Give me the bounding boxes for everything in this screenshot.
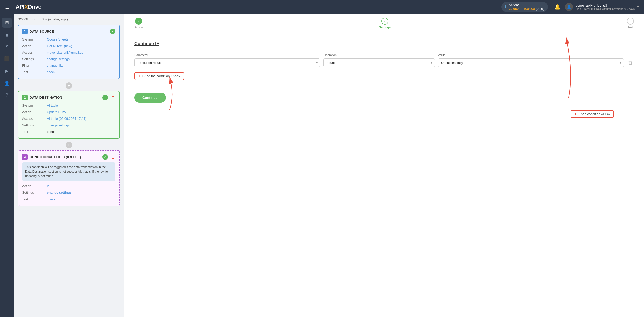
step-action-circle: ✓ <box>135 18 142 25</box>
topnav: ☰ APIXDrive ℹ Actions: 22'060 of 100'000… <box>0 0 644 14</box>
sidebar-item-account[interactable]: 👤 <box>2 78 12 88</box>
block3-settings[interactable]: change settings <box>47 190 115 195</box>
block-conditional: 3 CONDITIONAL LOGIC (IF/ELSE) ✓ 🗑 This c… <box>18 150 120 206</box>
value-select-wrapper: Unsuccessfully <box>438 58 624 67</box>
block1-system[interactable]: Google Sheets <box>47 37 115 42</box>
block2-settings[interactable]: change settings <box>47 123 115 128</box>
step-test-circle: ○ <box>627 18 634 25</box>
plus-or-icon: + <box>575 112 577 116</box>
block2-number: 2 <box>22 95 28 100</box>
block1-header: 1 DATA SOURCE ✓ <box>22 29 115 34</box>
operation-label: Operation <box>323 53 435 57</box>
block3-header: 3 CONDITIONAL LOGIC (IF/ELSE) ✓ 🗑 <box>22 154 115 160</box>
step-settings-label: Settings <box>379 26 391 29</box>
step-action: ✓ Action <box>134 18 143 29</box>
sidebar: ⊞ ⣿ $ ⬛ ▶ 👤 ? <box>0 14 14 317</box>
user-info: demo_apix-drive_s3 Plan |Premium PRO| le… <box>575 4 635 10</box>
avatar: 👤 <box>565 3 573 11</box>
operation-select[interactable]: equals <box>323 58 435 67</box>
block2-system[interactable]: Airtable <box>47 103 115 108</box>
parameter-field: Parameter Execution result <box>134 53 320 67</box>
logo: APIXDrive <box>16 4 41 10</box>
step-settings: • Settings <box>379 18 391 29</box>
operation-field: Operation equals <box>323 53 435 67</box>
step-line-2 <box>391 21 627 21</box>
actions-badge: ℹ Actions: 22'060 of 100'000 (22%) <box>501 2 548 12</box>
sidebar-item-media[interactable]: ▶ <box>2 66 12 76</box>
chevron-down-icon[interactable]: ▾ <box>637 5 639 9</box>
left-panel: GOOGLE SHEETS -> (airtable, logic) 1 DAT… <box>14 14 124 317</box>
add-or-container: + + Add condition «OR» <box>134 95 634 118</box>
step-line-1 <box>143 21 379 21</box>
block3-description: This condition will be triggered if the … <box>22 162 115 181</box>
add-condition-or-button[interactable]: + + Add condition «OR» <box>571 110 614 118</box>
right-content: ✓ Action • Settings ○ Test Continue IF P… <box>124 14 644 317</box>
block3-delete-icon[interactable]: 🗑 <box>111 155 115 159</box>
step-action-label: Action <box>134 26 143 29</box>
block2-info: System Airtable Action Update ROW Access… <box>22 103 115 135</box>
value-field: Value Unsuccessfully <box>438 53 624 67</box>
block2-delete-icon[interactable]: 🗑 <box>111 95 115 100</box>
delete-row-button[interactable]: 🗑 <box>627 59 634 67</box>
block1-title: DATA SOURCE <box>30 30 54 33</box>
block1-test[interactable]: check <box>47 69 115 75</box>
block1-settings[interactable]: change settings <box>47 56 115 62</box>
parameter-label: Parameter <box>134 53 320 57</box>
connector-1[interactable]: + <box>66 82 72 89</box>
info-icon: ℹ <box>505 5 506 9</box>
plus-icon: + <box>138 74 140 78</box>
content-area: Continue IF Parameter Execution result O… <box>124 33 644 126</box>
user-menu[interactable]: 👤 demo_apix-drive_s3 Plan |Premium PRO| … <box>565 3 639 11</box>
section-title: Continue IF <box>134 41 634 46</box>
block1-number: 1 <box>22 29 28 34</box>
value-select[interactable]: Unsuccessfully <box>438 58 624 67</box>
block-data-destination: 2 DATA DESTINATION ✓ 🗑 System Airtable A… <box>18 91 120 139</box>
block2-test[interactable]: check <box>47 129 115 135</box>
block3-title: CONDITIONAL LOGIC (IF/ELSE) <box>30 155 81 159</box>
add-condition-and-button[interactable]: + + Add the condition «And» <box>134 72 184 80</box>
sidebar-item-connections[interactable]: ⣿ <box>2 30 12 40</box>
block3-test[interactable]: check <box>47 196 115 202</box>
sidebar-item-home[interactable]: ⊞ <box>2 18 12 28</box>
logo-text: APIXDrive <box>16 4 41 10</box>
main-layout: ⊞ ⣿ $ ⬛ ▶ 👤 ? GOOGLE SHEETS -> (airtable… <box>0 14 644 317</box>
block1-access[interactable]: maverickandrii@gmail.com <box>47 50 115 55</box>
block3-action[interactable]: If <box>47 183 115 189</box>
hamburger-icon[interactable]: ☰ <box>5 4 10 10</box>
progress-steps: ✓ Action • Settings ○ Test <box>124 14 644 33</box>
sidebar-item-help[interactable]: ? <box>2 90 12 100</box>
value-label: Value <box>438 53 624 57</box>
operation-select-wrapper: equals <box>323 58 435 67</box>
block2-check-icon: ✓ <box>102 95 108 100</box>
bell-icon[interactable]: 🔔 <box>554 4 561 10</box>
step-settings-circle: • <box>381 18 388 25</box>
block1-filter[interactable]: change filter <box>47 63 115 68</box>
block1-info: System Google Sheets Action Get ROWS (ne… <box>22 37 115 75</box>
block2-header: 2 DATA DESTINATION ✓ 🗑 <box>22 95 115 100</box>
add-and-container: + + Add the condition «And» <box>134 72 634 88</box>
step-test: ○ Test <box>627 18 634 29</box>
block3-number: 3 <box>22 154 28 160</box>
block3-info: Action If Settings change settings Test … <box>22 183 115 202</box>
sidebar-item-tools[interactable]: ⬛ <box>2 54 12 64</box>
parameter-select-wrapper: Execution result <box>134 58 320 67</box>
block1-check-icon: ✓ <box>110 29 115 34</box>
connector-2[interactable]: + <box>66 142 72 148</box>
block2-action[interactable]: Update ROW <box>47 109 115 115</box>
block3-check-icon: ✓ <box>102 154 108 160</box>
parameter-select[interactable]: Execution result <box>134 58 320 67</box>
sidebar-item-billing[interactable]: $ <box>2 42 12 52</box>
block1-action[interactable]: Get ROWS (new) <box>47 43 115 49</box>
block-data-source: 1 DATA SOURCE ✓ System Google Sheets Act… <box>18 25 120 79</box>
block2-access[interactable]: Airtable (06.09.2024 17:11) <box>47 116 115 122</box>
block2-title: DATA DESTINATION <box>30 96 62 99</box>
breadcrumb: GOOGLE SHEETS -> (airtable, logic) <box>18 18 120 21</box>
actions-label: Actions: 22'060 of 100'000 (22%) <box>509 3 545 11</box>
step-test-label: Test <box>628 26 633 29</box>
condition-row: Parameter Execution result Operation equ… <box>134 53 634 67</box>
